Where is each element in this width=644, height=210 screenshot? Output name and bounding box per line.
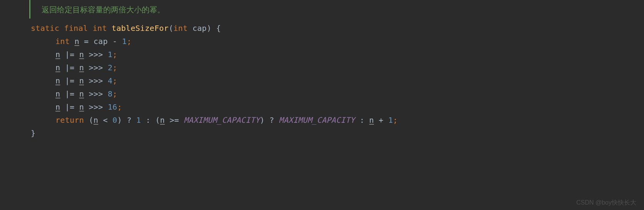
keyword-int: int xyxy=(92,24,107,33)
var-n: n xyxy=(55,63,60,72)
javadoc-comment: 返回给定目标容量的两倍大小的幂。 xyxy=(31,3,644,16)
keyword-return: return xyxy=(55,115,84,125)
keyword-int: int xyxy=(55,37,70,46)
rparen: ) xyxy=(207,24,211,33)
constant: MAXIMUM_CAPACITY xyxy=(279,115,355,125)
operator-plus: + xyxy=(374,115,388,125)
operator-shift: >>> xyxy=(84,63,108,72)
operator: |= xyxy=(60,63,79,72)
number-literal: 0 xyxy=(112,115,117,125)
ternary: ) ? xyxy=(260,115,279,125)
var-n: n xyxy=(79,50,84,59)
semicolon: ; xyxy=(112,76,117,85)
paren: ( xyxy=(84,115,94,125)
operator-shift: >>> xyxy=(84,102,108,112)
semicolon: ; xyxy=(112,89,117,98)
ternary: : xyxy=(355,115,369,125)
keyword-final: final xyxy=(64,24,88,33)
comment-text: 返回给定目标容量的两倍大小的幂。 xyxy=(31,3,644,16)
semicolon: ; xyxy=(112,63,117,72)
code-line-6: n |= n >>> 16; xyxy=(31,100,644,113)
var-n: n xyxy=(74,37,79,46)
close-brace: } xyxy=(31,127,644,140)
return-statement: return (n < 0) ? 1 : (n >= MAXIMUM_CAPAC… xyxy=(31,113,644,127)
var-n: n xyxy=(55,102,60,112)
semicolon: ; xyxy=(112,50,117,59)
watermark: CSDN @boy快快长大 xyxy=(576,197,636,208)
semicolon: ; xyxy=(117,102,122,112)
var-n: n xyxy=(55,50,60,59)
ternary: ) ? xyxy=(117,115,136,125)
var-n: n xyxy=(369,115,374,125)
assign: = cap - xyxy=(79,37,122,46)
code-line-5: n |= n >>> 8; xyxy=(31,87,644,100)
method-name: tableSizeFor xyxy=(112,24,169,33)
var-n: n xyxy=(160,115,165,125)
var-n: n xyxy=(79,102,84,112)
lparen: ( xyxy=(169,24,173,33)
number-literal: 8 xyxy=(108,89,112,98)
var-n: n xyxy=(79,76,84,85)
method-signature: static final int tableSizeFor(int cap) { xyxy=(31,22,644,35)
operator-gte: >= xyxy=(165,115,184,125)
keyword-static: static xyxy=(31,24,59,33)
number-literal: 2 xyxy=(108,63,112,72)
var-n: n xyxy=(79,89,84,98)
var-n: n xyxy=(55,89,60,98)
var-n: n xyxy=(94,115,98,125)
semicolon: ; xyxy=(393,115,397,125)
code-line-3: n |= n >>> 2; xyxy=(31,61,644,74)
var-n: n xyxy=(79,63,84,72)
operator-lt: < xyxy=(98,115,112,125)
number-literal: 16 xyxy=(108,102,117,112)
ternary: : ( xyxy=(141,115,160,125)
param-name: cap xyxy=(188,24,206,33)
code-editor[interactable]: 返回给定目标容量的两倍大小的幂。 static final int tableS… xyxy=(0,0,644,140)
code-line-1: int n = cap - 1; xyxy=(31,35,644,48)
code-line-2: n |= n >>> 1; xyxy=(31,48,644,61)
number-literal: 1 xyxy=(122,37,127,46)
open-brace: { xyxy=(211,24,221,33)
number-literal: 4 xyxy=(108,76,112,85)
param-type: int xyxy=(173,24,188,33)
semicolon: ; xyxy=(127,37,131,46)
number-literal: 1 xyxy=(108,50,112,59)
var-n: n xyxy=(55,76,60,85)
operator-shift: >>> xyxy=(84,89,108,98)
operator: |= xyxy=(60,89,79,98)
comment-bar xyxy=(29,0,30,19)
operator-shift: >>> xyxy=(84,76,108,85)
operator-shift: >>> xyxy=(84,50,108,59)
operator: |= xyxy=(60,102,79,112)
operator: |= xyxy=(60,76,79,85)
code-line-4: n |= n >>> 4; xyxy=(31,74,644,87)
operator: |= xyxy=(60,50,79,59)
number-literal: 1 xyxy=(136,115,141,125)
number-literal: 1 xyxy=(388,115,393,125)
constant: MAXIMUM_CAPACITY xyxy=(184,115,260,125)
